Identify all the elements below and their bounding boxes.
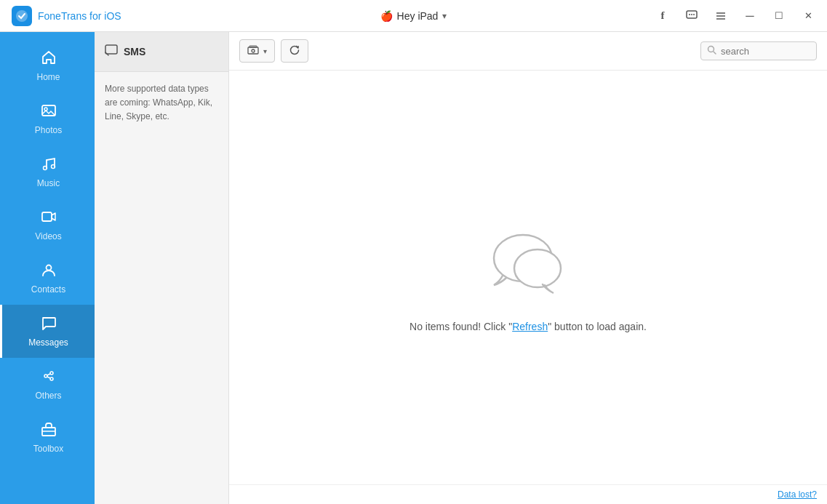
sidebar-item-toolbox[interactable]: Toolbox [0,411,95,464]
device-selector[interactable]: 🍎 Hey iPad ▾ [380,10,447,22]
svg-point-13 [46,265,51,271]
main-layout: Home Photos Music [0,32,827,504]
sidebar-item-music[interactable]: Music [0,145,95,199]
empty-state-message: No items found! Click "Refresh" button t… [409,321,647,332]
contacts-icon [41,262,57,280]
photos-icon [41,103,57,121]
svg-point-11 [51,165,55,169]
svg-point-4 [693,14,695,15]
search-box [700,41,817,60]
sidebar-label-others: Others [35,391,61,401]
sidebar-label-videos: Videos [35,231,61,241]
sidebar-label-home: Home [36,72,60,82]
svg-point-2 [689,14,690,15]
empty-message-prefix: No items found! Click " [409,321,512,332]
app-logo-icon [12,6,32,26]
menu-icon[interactable] [711,6,731,26]
titlebar: FoneTrans for iOS 🍎 Hey iPad ▾ f ─ ☐ [0,0,827,32]
svg-point-3 [691,14,692,15]
svg-line-18 [47,377,50,378]
device-name: Hey iPad [397,10,439,22]
videos-icon [41,209,57,227]
content-toolbar: ▾ [229,32,827,71]
sidebar-item-contacts[interactable]: Contacts [0,252,95,305]
sidebar-label-photos: Photos [35,125,62,135]
svg-point-15 [50,372,53,375]
music-icon [41,156,57,174]
svg-point-14 [44,375,47,377]
dropdown-icon[interactable]: ▾ [442,11,447,21]
empty-state: No items found! Click "Refresh" button t… [229,71,827,484]
refresh-icon [289,44,300,58]
export-icon [247,45,259,57]
sidebar-label-toolbox: Toolbox [33,444,63,454]
search-icon [707,45,716,57]
app-logo: FoneTrans for iOS [0,6,133,26]
sms-panel: SMS More supported data types are coming… [95,32,229,504]
sidebar-label-contacts: Contacts [31,284,65,295]
svg-rect-12 [42,212,52,221]
refresh-button[interactable] [281,39,308,63]
close-button[interactable]: ✕ [798,6,818,26]
apple-icon: 🍎 [380,10,393,22]
svg-rect-23 [249,46,257,47]
export-button[interactable]: ▾ [239,39,275,63]
svg-point-16 [50,377,53,380]
sidebar-item-photos[interactable]: Photos [0,92,95,145]
sidebar-label-messages: Messages [28,337,68,348]
content-area: ▾ [229,32,827,504]
app-name: FoneTrans for iOS [38,10,121,22]
svg-rect-22 [248,47,258,54]
bottom-bar: Data lost? [229,484,827,504]
facebook-icon[interactable]: f [652,6,673,26]
export-dropdown-icon: ▾ [263,47,267,55]
svg-point-25 [708,47,714,52]
window-controls: f ─ ☐ ✕ [652,6,827,26]
messages-icon [41,315,57,333]
others-icon [41,368,57,386]
svg-rect-21 [105,45,117,54]
sidebar-item-others[interactable]: Others [0,358,95,411]
svg-point-24 [252,49,255,52]
home-icon [41,49,57,68]
sidebar-item-home[interactable]: Home [0,39,95,92]
svg-line-26 [714,52,716,54]
search-input[interactable] [721,46,810,57]
minimize-button[interactable]: ─ [740,6,760,26]
svg-point-0 [16,10,28,22]
empty-message-suffix: " button to load again. [548,321,647,332]
sms-panel-header: SMS [95,32,228,72]
toolbox-icon [41,421,57,439]
svg-line-17 [47,374,50,375]
sms-header-icon [105,44,118,60]
data-lost-link[interactable]: Data lost? [778,489,817,500]
svg-point-28 [514,249,561,287]
no-messages-icon [481,223,575,306]
svg-point-10 [43,167,47,170]
chat-icon[interactable] [682,6,702,26]
sidebar-label-music: Music [37,178,60,188]
sms-title: SMS [124,46,145,57]
maximize-button[interactable]: ☐ [769,6,789,26]
sidebar: Home Photos Music [0,32,95,504]
refresh-link[interactable]: Refresh [512,321,548,332]
sms-more-info: More supported data types are coming: Wh… [95,72,228,135]
sidebar-item-messages[interactable]: Messages [0,305,95,358]
sidebar-item-videos[interactable]: Videos [0,199,95,252]
